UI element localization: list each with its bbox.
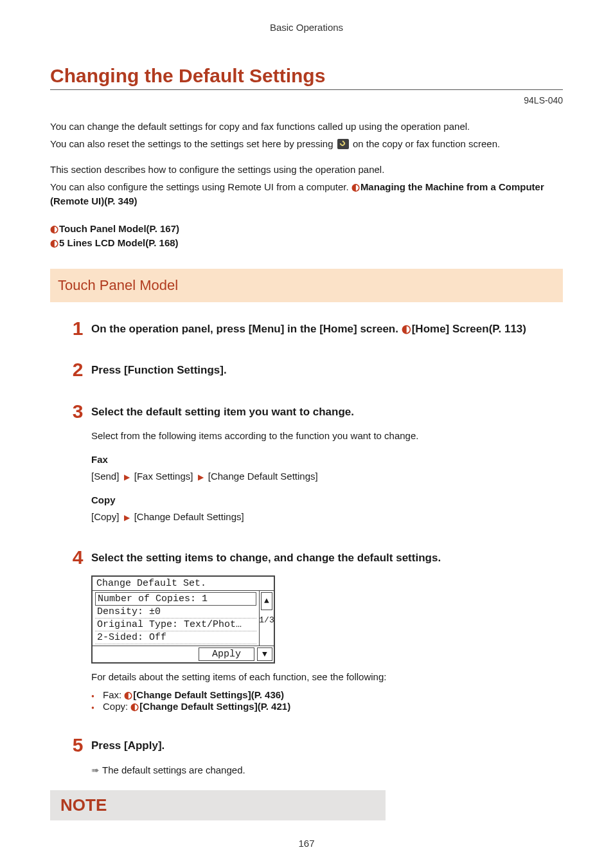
result-arrow-icon: ➠ bbox=[91, 764, 100, 775]
step3-text: Select the default setting item you want… bbox=[91, 404, 563, 420]
link-bullet-icon: ◐ bbox=[124, 689, 132, 700]
page-indicator: 1/3 bbox=[260, 611, 274, 628]
note-heading: NOTE bbox=[50, 790, 386, 820]
step-5: 5 Press [Apply]. ➠The default settings a… bbox=[69, 738, 563, 777]
copy-label: Copy bbox=[91, 493, 563, 508]
section-heading: Touch Panel Model bbox=[50, 269, 563, 302]
step-number: 3 bbox=[69, 401, 86, 422]
step-number: 1 bbox=[69, 318, 86, 339]
reset-icon bbox=[337, 139, 349, 149]
fax-path: [Send] ▶ [Fax Settings] ▶ [Change Defaul… bbox=[91, 469, 563, 484]
lcd-panel: Change Default Set. Number of Copies: 1 … bbox=[91, 575, 275, 664]
step4-text: Select the setting items to change, and … bbox=[91, 550, 563, 566]
step-1: 1 On the operation panel, press [Menu] i… bbox=[69, 321, 563, 338]
link-bullet-icon: ◐ bbox=[50, 237, 58, 248]
bullet-fax: Fax: ◐[Change Default Settings](P. 436) bbox=[103, 689, 563, 701]
link-bullet-icon: ◐ bbox=[130, 701, 139, 712]
panel-row[interactable]: 2-Sided: Off bbox=[95, 631, 256, 644]
step5-text: Press [Apply]. bbox=[91, 738, 563, 754]
step-4: 4 Select the setting items to change, an… bbox=[69, 550, 563, 712]
scroll-up-button[interactable]: ▲ bbox=[261, 592, 272, 610]
copy-path: [Copy] ▶ [Change Default Settings] bbox=[91, 510, 563, 525]
chevron-right-icon: ▶ bbox=[124, 473, 130, 482]
step-2: 2 Press [Function Settings]. bbox=[69, 363, 563, 379]
panel-row[interactable]: Number of Copies: 1 bbox=[95, 592, 256, 606]
intro-p2: You can also reset the settings to the s… bbox=[50, 137, 563, 152]
bullet-copy: Copy: ◐[Change Default Settings](P. 421) bbox=[103, 701, 563, 712]
chevron-right-icon: ▶ bbox=[124, 513, 130, 522]
fax-label: Fax bbox=[91, 453, 563, 467]
toc-item-touch-panel[interactable]: ◐Touch Panel Model(P. 167) bbox=[50, 222, 563, 237]
copy-default-link[interactable]: [Change Default Settings](P. 421) bbox=[139, 701, 290, 712]
scroll-down-button[interactable]: ▼ bbox=[257, 647, 272, 661]
step5-result: The default settings are changed. bbox=[102, 764, 245, 775]
link-bullet-icon: ◐ bbox=[351, 181, 360, 192]
panel-row[interactable]: Original Type: Text/Phot… bbox=[95, 619, 256, 631]
page-number: 167 bbox=[0, 838, 613, 849]
step-number: 2 bbox=[69, 359, 86, 381]
step1-text: On the operation panel, press [Menu] in … bbox=[91, 323, 402, 335]
step4-details: For details about the setting items of e… bbox=[91, 670, 563, 685]
intro-p2b: on the copy or fax function screen. bbox=[350, 138, 500, 149]
step3-lead: Select from the following items accordin… bbox=[91, 429, 563, 444]
intro-p1: You can change the default settings for … bbox=[50, 120, 563, 134]
toc-item-5-lines-lcd[interactable]: ◐5 Lines LCD Model(P. 168) bbox=[50, 236, 563, 251]
fax-default-link[interactable]: [Change Default Settings](P. 436) bbox=[133, 689, 284, 700]
intro-p4a: You can also configure the settings usin… bbox=[50, 181, 351, 192]
chevron-right-icon: ▶ bbox=[198, 473, 204, 482]
home-screen-link[interactable]: [Home] Screen(P. 113) bbox=[412, 323, 526, 335]
intro-p2a: You can also reset the settings to the s… bbox=[50, 138, 336, 149]
apply-button[interactable]: Apply bbox=[199, 647, 254, 661]
link-bullet-icon: ◐ bbox=[402, 323, 411, 335]
step-number: 4 bbox=[69, 547, 86, 568]
intro-p4: You can also configure the settings usin… bbox=[50, 180, 563, 209]
link-bullet-icon: ◐ bbox=[50, 223, 58, 234]
step2-text: Press [Function Settings]. bbox=[91, 363, 563, 379]
page-title: Changing the Default Settings bbox=[50, 65, 563, 90]
document-id: 94LS-040 bbox=[50, 95, 563, 105]
intro-p3: This section describes how to configure … bbox=[50, 163, 563, 177]
panel-title: Change Default Set. bbox=[93, 577, 274, 591]
header-category: Basic Operations bbox=[50, 22, 563, 33]
step-number: 5 bbox=[69, 734, 86, 756]
panel-row[interactable]: Density: ±0 bbox=[95, 606, 256, 619]
step-3: 3 Select the default setting item you wa… bbox=[69, 404, 563, 525]
